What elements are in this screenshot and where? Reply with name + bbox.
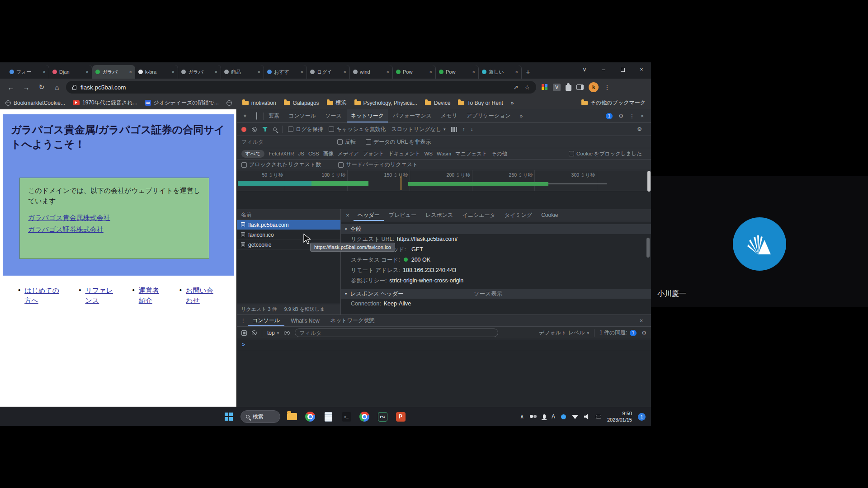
bookmark-folder[interactable]: Galapagos bbox=[284, 100, 319, 106]
taskbar-search[interactable]: 検索 bbox=[241, 410, 280, 423]
third-party-checkbox[interactable]: サードパーティのリクエスト bbox=[338, 161, 418, 169]
search-icon[interactable] bbox=[273, 127, 277, 131]
inspect-element-icon[interactable]: ⌖ bbox=[240, 113, 250, 120]
wifi-icon[interactable] bbox=[572, 414, 578, 419]
bookmark-folder[interactable]: To Buy or Rent bbox=[458, 100, 503, 106]
url-text[interactable]: flask.pc5bai.com bbox=[80, 84, 126, 91]
volume-icon[interactable] bbox=[584, 414, 590, 419]
blocked-cookies-checkbox[interactable]: Cookie をブロックしました bbox=[569, 150, 646, 157]
devtools-tab-network[interactable]: ネットワーク bbox=[347, 109, 388, 122]
blocked-requests-checkbox[interactable]: ブロックされたリクエスト数 bbox=[241, 161, 321, 169]
reload-icon[interactable]: ↻ bbox=[35, 83, 48, 91]
details-tab-response[interactable]: レスポンス bbox=[421, 209, 457, 221]
start-button[interactable] bbox=[222, 410, 235, 423]
filter-chip-xhr[interactable]: Fetch/XHR bbox=[269, 151, 294, 156]
maximize-button[interactable] bbox=[613, 62, 632, 77]
device-toolbar-icon[interactable] bbox=[251, 113, 262, 119]
response-headers-section-header[interactable]: ▾レスポンス ヘッダーソース表示 bbox=[341, 289, 651, 299]
devtools-more-tabs-icon[interactable]: » bbox=[516, 109, 527, 122]
bookmark-folder[interactable]: Psychology, Physica... bbox=[354, 100, 417, 106]
issues-badge[interactable]: 1 bbox=[606, 113, 613, 119]
filter-funnel-icon[interactable] bbox=[262, 127, 268, 132]
devtools-tab-console[interactable]: コンソール bbox=[284, 109, 320, 122]
clear-console-icon[interactable] bbox=[252, 330, 257, 335]
tab-close-icon[interactable]: × bbox=[344, 69, 346, 75]
people-icon[interactable] bbox=[530, 414, 537, 419]
back-icon[interactable]: ← bbox=[5, 84, 17, 91]
tab-close-icon[interactable]: × bbox=[215, 69, 217, 75]
browser-tab[interactable]: 商品× bbox=[221, 65, 264, 79]
filter-chip-wasm[interactable]: Wasm bbox=[437, 151, 451, 156]
side-panel-icon[interactable] bbox=[576, 84, 584, 90]
home-icon[interactable]: ⌂ bbox=[51, 84, 63, 91]
drawer-tab-network-conditions[interactable]: ネットワーク状態 bbox=[326, 315, 379, 326]
devtools-tab-performance[interactable]: パフォーマンス bbox=[389, 109, 436, 122]
filter-chip-js[interactable]: JS bbox=[298, 151, 304, 156]
bookmarks-overflow-icon[interactable]: » bbox=[511, 100, 514, 106]
other-bookmarks[interactable]: その他のブックマーク bbox=[581, 99, 646, 107]
touch-keyboard-icon[interactable] bbox=[596, 415, 601, 418]
details-tab-cookies[interactable]: Cookie bbox=[537, 209, 562, 221]
nav-link-hajimete[interactable]: はじめての方へ bbox=[24, 286, 61, 305]
pycharm-icon[interactable]: PC bbox=[376, 410, 389, 423]
general-section-header[interactable]: ▾全般 bbox=[341, 224, 651, 234]
devtools-tab-application[interactable]: アプリケーション bbox=[462, 109, 515, 122]
minimize-button[interactable]: – bbox=[594, 62, 613, 77]
devtools-settings-icon[interactable]: ⚙ bbox=[618, 113, 623, 119]
ime-mode-icon[interactable]: A bbox=[552, 413, 555, 420]
share-icon[interactable]: ↗ bbox=[513, 84, 518, 91]
filter-chip-manifest[interactable]: マニフェスト bbox=[455, 150, 487, 157]
chrome-icon[interactable] bbox=[304, 410, 316, 423]
browser-tab[interactable]: ログイ× bbox=[307, 65, 350, 79]
close-details-icon[interactable]: × bbox=[343, 212, 353, 219]
network-settings-icon[interactable]: ⚙ bbox=[637, 126, 642, 132]
tab-search-icon[interactable]: ∨ bbox=[575, 62, 594, 77]
drawer-tab-console[interactable]: コンソール bbox=[248, 315, 284, 326]
context-selector[interactable]: top▾ bbox=[267, 330, 279, 336]
filter-chip-img[interactable]: 画像 bbox=[323, 150, 334, 157]
devtools-tab-sources[interactable]: ソース bbox=[321, 109, 346, 122]
console-settings-icon[interactable]: ⚙ bbox=[642, 330, 646, 336]
forward-icon[interactable]: → bbox=[20, 84, 33, 91]
devtools-scrollbar-thumb[interactable] bbox=[647, 171, 651, 192]
assistant-icon[interactable] bbox=[561, 414, 566, 419]
browser-tab-active[interactable]: ガラパ× bbox=[92, 65, 135, 79]
filter-chip-ws[interactable]: WS bbox=[424, 151, 433, 156]
nav-link-otoiawase[interactable]: お問い合わせ bbox=[186, 286, 215, 305]
devtools-close-icon[interactable]: × bbox=[641, 113, 644, 119]
browser-menu-icon[interactable]: ⋮ bbox=[604, 84, 611, 91]
tab-close-icon[interactable]: × bbox=[472, 69, 475, 75]
network-conditions-icon[interactable] bbox=[451, 127, 457, 132]
new-tab-button[interactable]: + bbox=[522, 66, 534, 79]
details-scrollbar-thumb[interactable] bbox=[646, 238, 650, 258]
tab-close-icon[interactable]: × bbox=[429, 69, 432, 75]
throttling-select[interactable]: スロットリングなし▾ bbox=[392, 126, 446, 133]
tab-close-icon[interactable]: × bbox=[387, 69, 389, 75]
filter-chip-css[interactable]: CSS bbox=[308, 151, 319, 156]
bookmark-folder[interactable]: Device bbox=[425, 100, 451, 106]
address-bar[interactable]: flask.pc5bai.com ↗ ☆ bbox=[66, 81, 536, 94]
drawer-close-icon[interactable]: × bbox=[640, 318, 643, 324]
filter-chip-font[interactable]: フォント bbox=[363, 150, 384, 157]
filter-chip-media[interactable]: メディア bbox=[338, 150, 359, 157]
tab-close-icon[interactable]: × bbox=[129, 69, 132, 75]
company-link-kikinzoku[interactable]: ガラパゴス貴金属株式会社 bbox=[28, 214, 201, 222]
filter-chip-doc[interactable]: ドキュメント bbox=[388, 150, 420, 157]
log-level-select[interactable]: デフォルト レベル▾ bbox=[539, 329, 589, 337]
browser-tab[interactable]: Pow× bbox=[393, 65, 436, 79]
browser-tab[interactable]: wind× bbox=[350, 65, 393, 79]
view-source-link[interactable]: ソース表示 bbox=[474, 290, 502, 298]
network-filter-input[interactable] bbox=[241, 139, 327, 145]
devtools-tab-memory[interactable]: メモリ bbox=[437, 109, 462, 122]
browser-tab[interactable]: 新しい× bbox=[479, 65, 522, 79]
devtools-tab-elements[interactable]: 要素 bbox=[264, 109, 283, 122]
tab-close-icon[interactable]: × bbox=[515, 69, 518, 75]
browser-tab[interactable]: k-bra× bbox=[135, 65, 178, 79]
details-tab-timing[interactable]: タイミング bbox=[500, 209, 536, 221]
microphone-icon[interactable] bbox=[543, 414, 546, 419]
bookmark-item[interactable]: 1970年代に録音され... bbox=[73, 99, 137, 107]
drawer-menu-icon[interactable]: ⋮ bbox=[241, 318, 246, 324]
preserve-log-checkbox[interactable]: ログを保持 bbox=[288, 126, 323, 133]
details-tab-preview[interactable]: プレビュー bbox=[385, 209, 420, 221]
hidden-icons-chevron[interactable]: ∧ bbox=[520, 413, 524, 420]
